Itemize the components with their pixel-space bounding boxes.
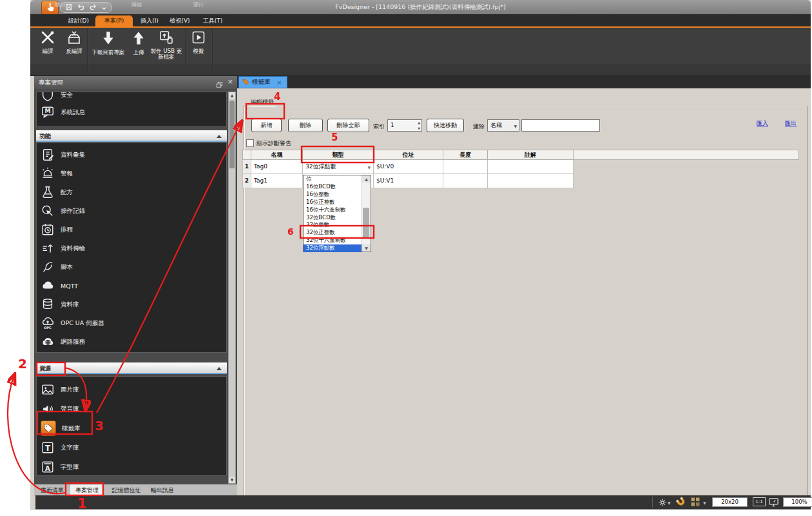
panel-item-script[interactable]: 腳本 [41,259,215,275]
panel-item-operation-log[interactable]: 操作記錄 [41,203,215,219]
document-area: 標籤庫 × 編輯標籤 新增 刪除 刪除全部 索引 1 ▲▼ 快速移動 濾除 名稱… [237,75,811,495]
panel-item-data-collection[interactable]: 資料彙集 [41,146,215,163]
dropdown-option[interactable]: 16位BCD數 [304,183,362,191]
dropdown-option[interactable]: 32位BCD數 [304,214,362,222]
float-panel-icon[interactable] [216,79,223,91]
snap-magnet-icon[interactable] [675,497,687,510]
tab-insert[interactable]: 插入(I) [135,15,164,26]
panel-item-tag-library[interactable]: 標籤庫 [41,420,215,437]
col-header-name[interactable]: 名稱 [251,150,303,160]
tag-comment-cell[interactable] [488,160,574,174]
make-usb-button[interactable]: 製作 USB 更新檔案 [148,30,184,61]
download-project-button[interactable]: 下載目前專案 [90,30,127,55]
section-header-functions[interactable]: 功能 [36,130,227,142]
tag-length-cell[interactable] [443,174,488,188]
tab-project[interactable]: 專案(P) [95,15,133,26]
scroll-down-icon[interactable]: ▼ [229,477,235,483]
panel-item-text-library[interactable]: T 文字庫 [41,439,215,456]
scroll-up-icon[interactable]: ▲ [229,92,235,99]
speaker-icon [41,402,55,416]
export-link[interactable]: 匯出 [785,119,797,128]
import-link[interactable]: 匯入 [757,119,768,128]
row-number-cell: 1 [242,160,251,174]
dropdown-option-selected[interactable]: 32位浮點數 [304,244,362,252]
panel-item-web-service[interactable]: 網路服務 [41,333,215,350]
tab-project-management[interactable]: 專案管理 [70,484,104,496]
panel-item-security[interactable]: 安全 [41,92,215,103]
scroll-down-icon[interactable]: ▼ [362,244,371,252]
dropdown-option[interactable]: 16位十六進制數 [304,206,362,214]
tag-library-tab[interactable]: 標籤庫 × [238,76,287,88]
settings-gear-icon[interactable] [658,497,667,510]
tag-comment-cell[interactable] [488,174,574,188]
col-header-length[interactable]: 長度 [443,150,488,160]
tag-address-cell[interactable]: $U:V1 [374,174,443,188]
tag-name-cell[interactable]: Tag0 [251,160,303,174]
scroll-up-icon[interactable]: ▲ [362,175,371,183]
add-button[interactable]: 新增 [251,119,282,132]
panel-item-opc-ua-server[interactable]: OPC OPC UA 伺服器 [41,315,215,332]
one-to-one-zoom-button[interactable]: 1:1 [753,497,766,506]
font-a-icon: A [41,460,55,474]
scroll-thumb[interactable] [229,101,235,168]
dropdown-option[interactable]: 16位整數 [304,191,362,199]
dropdown-scrollbar[interactable]: ▲ ▼ [362,175,371,252]
fit-screen-icon[interactable] [768,497,779,510]
tab-tools[interactable]: 工具(T) [198,15,227,26]
tag-address-cell[interactable]: $U:V0 [374,160,443,174]
panel-item-schedule[interactable]: 排程 [41,221,215,238]
col-header-type[interactable]: 類型 [303,150,374,160]
dropdown-option[interactable]: 位 [304,175,362,183]
close-panel-icon[interactable]: × [227,77,233,86]
show-diagnostics-checkbox[interactable] [246,139,254,147]
tag-name-cell[interactable]: Tag1 [251,174,303,188]
panel-item-system-message[interactable]: M 系統訊息 [41,104,215,121]
tag-length-cell[interactable] [443,160,488,174]
filter-field-combobox[interactable]: 名稱 ▼ [487,119,519,132]
grid-icon[interactable] [690,497,701,510]
panel-item-sound-library[interactable]: 聲音庫 [41,401,215,417]
panel-item-recipe[interactable]: 配方 [41,184,215,201]
spin-up-icon[interactable]: ▲▼ [418,120,420,132]
panel-item-picture-library[interactable]: 圖片庫 [41,381,215,398]
quick-move-button[interactable]: 快速移動 [427,119,464,132]
collapse-icon [217,367,222,370]
panel-item-data-transfer[interactable]: 資料傳輸 [41,240,215,257]
compile-button[interactable]: 編譯 [35,30,60,54]
panel-item-font-library[interactable]: A 字型庫 [41,459,215,475]
index-spinner[interactable]: 1 ▲▼ [387,119,422,132]
panel-item-database[interactable]: 資料庫 [41,296,215,313]
tag-type-combobox[interactable]: 32位浮點數 ▼ [303,160,374,174]
close-tab-icon[interactable]: × [277,79,282,86]
grid-size-field[interactable]: 20x20 [712,497,748,507]
dropdown-option[interactable]: 16位正整數 [304,199,362,206]
svg-text:OPC: OPC [44,326,52,330]
col-header-comment[interactable]: 註解 [488,150,574,160]
decompile-button[interactable]: 反編譯 [61,30,87,54]
upload-arrow-icon [130,30,147,48]
chevron-down-icon[interactable]: ▼ [703,501,706,505]
delete-all-button[interactable]: 刪除全部 [327,119,369,132]
panel-item-mqtt[interactable]: MQTT MQTT [41,277,215,294]
section-header-resources[interactable]: 資源 [36,362,227,374]
tab-memory-address[interactable]: 記憶體位址 [109,484,144,496]
panel-scrollbar[interactable]: ▲ ▼ [228,92,236,484]
tab-screen-list[interactable]: 畫面清單 [37,484,67,496]
tab-design[interactable]: 設計(D) [64,15,93,26]
tab-output-message[interactable]: 輸出訊息 [148,484,177,496]
dropdown-option[interactable]: 32位整數 [304,221,362,229]
chevron-down-icon[interactable]: ▼ [668,501,671,505]
tab-view[interactable]: 檢視(V) [165,15,195,26]
zoom-level-field[interactable]: 100% [783,497,812,507]
delete-button[interactable]: 刪除 [288,119,323,132]
col-header-address[interactable]: 位址 [374,150,443,160]
filter-input[interactable] [521,119,600,132]
panel-bottom-tabs: 畫面清單 專案管理 記憶體位址 輸出訊息 [34,484,237,496]
panel-item-alarm[interactable]: 警報 [41,165,215,182]
upload-button[interactable]: 上傳 [128,30,149,55]
dropdown-option[interactable]: 32位十六進制數 [304,237,362,244]
simulate-button[interactable]: 模擬 [188,30,209,54]
show-diagnostics-label: 顯示診斷警告 [256,139,291,148]
dropdown-option[interactable]: 32位正整數 [304,229,362,237]
scroll-thumb[interactable] [363,208,369,239]
